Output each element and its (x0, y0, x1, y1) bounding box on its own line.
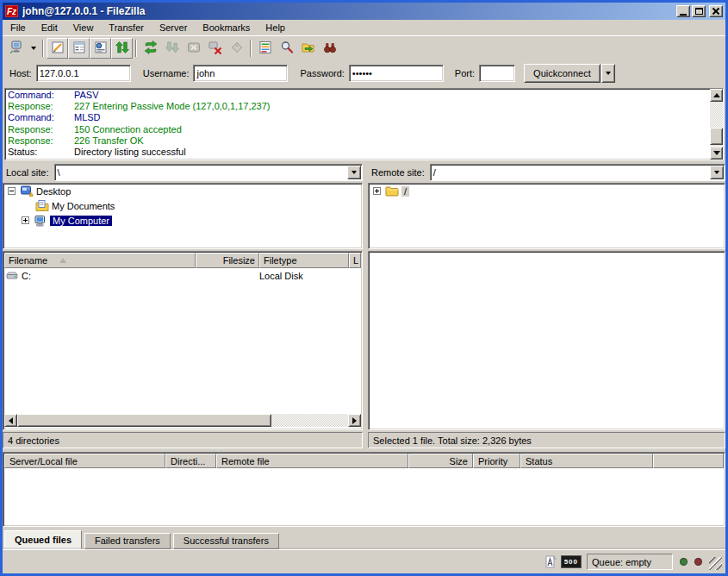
pane-splitter[interactable] (363, 164, 368, 448)
toggle-message-log-button[interactable] (47, 38, 68, 59)
tree-item-root[interactable]: / (369, 184, 725, 198)
log-entry-text: Directory listing successful (74, 147, 186, 158)
menu-bar: FileEditViewTransferServerBookmarksHelp (3, 20, 725, 35)
file-type: Local Disk (259, 271, 303, 281)
scroll-up-button[interactable] (710, 89, 723, 102)
process-queue-button[interactable] (161, 38, 183, 59)
menu-item-transfer[interactable]: Transfer (101, 21, 152, 34)
column-header-last-modified[interactable]: L (349, 253, 361, 268)
queue-column-status[interactable]: Status (520, 454, 653, 468)
cancel-operation-icon (187, 41, 201, 56)
toggle-local-tree-button[interactable] (68, 38, 90, 59)
transfer-type-icon[interactable] (543, 554, 558, 570)
toggle-local-tree-icon (72, 41, 86, 56)
directory-compare-button[interactable] (254, 38, 276, 59)
queue-column-remote-file[interactable]: Remote file (216, 454, 408, 468)
scroll-track[interactable] (17, 414, 348, 427)
maximize-icon (695, 8, 703, 15)
filezilla-logo-icon: Fz (5, 5, 18, 17)
queue-column-directi-[interactable]: Directi... (165, 454, 216, 468)
search-files-button[interactable] (319, 38, 340, 59)
local-site-label: Local site: (3, 167, 54, 178)
queue-column-server-local-file[interactable]: Server/Local file (4, 454, 165, 468)
column-header-filesize[interactable]: Filesize (196, 253, 259, 268)
scroll-thumb[interactable] (17, 414, 271, 427)
port-input[interactable] (479, 65, 515, 82)
column-header-filetype[interactable]: Filetype (259, 253, 349, 268)
tree-item-my-documents[interactable]: My Documents (3, 198, 362, 213)
cancel-operation-button[interactable] (183, 38, 204, 59)
queue-column-priority[interactable]: Priority (473, 454, 520, 468)
toolbar-separator (250, 40, 252, 57)
remote-site-dropdown-button[interactable] (710, 166, 724, 179)
local-file-row[interactable]: C: Local Disk (4, 268, 361, 283)
username-input[interactable] (193, 65, 288, 82)
toggle-remote-tree-icon (94, 41, 108, 56)
quickconnect-dropdown-button[interactable] (601, 64, 615, 83)
scroll-left-icon (9, 417, 13, 424)
tree-item-my-computer[interactable]: My Computer (3, 213, 362, 228)
toggle-remote-tree-button[interactable] (90, 38, 111, 59)
expand-icon[interactable] (373, 187, 381, 195)
remote-directory-tree: / (368, 183, 725, 249)
scroll-right-button[interactable] (348, 414, 361, 427)
password-input[interactable] (349, 65, 444, 82)
toggle-transfer-queue-button[interactable] (111, 38, 133, 59)
local-site-combo[interactable]: \ (54, 164, 363, 181)
scroll-left-button[interactable] (4, 414, 17, 427)
directory-listing-filters-button[interactable] (276, 38, 297, 59)
site-manager-icon (9, 41, 23, 56)
log-entry-label: Response: (8, 135, 74, 147)
log-splitter[interactable] (3, 160, 725, 164)
tree-item-desktop[interactable]: Desktop (3, 184, 362, 198)
minimize-button[interactable] (676, 5, 690, 17)
tab-successful-transfers[interactable]: Successful transfers (173, 533, 279, 549)
close-button[interactable] (709, 5, 723, 17)
scroll-thumb[interactable] (710, 128, 723, 145)
filezilla-window: Fz john@127.0.0.1 - FileZilla FileEditVi… (0, 0, 728, 576)
log-entry-label: Response: (8, 124, 74, 135)
window-title: john@127.0.0.1 - FileZilla (22, 5, 675, 17)
quickconnect-button[interactable]: Quickconnect (524, 64, 600, 83)
expand-icon[interactable] (22, 216, 29, 224)
scroll-down-button[interactable] (710, 147, 723, 160)
scroll-track[interactable] (710, 102, 723, 147)
tab-failed-transfers[interactable]: Failed transfers (84, 533, 171, 549)
status-badge[interactable]: 500 (561, 555, 582, 568)
menu-item-server[interactable]: Server (152, 21, 195, 34)
directory-listing-filters-icon (280, 41, 294, 56)
log-entry-text: PASV (74, 90, 99, 101)
directory-compare-icon (258, 41, 272, 56)
queue-column-size[interactable]: Size (408, 454, 473, 468)
menu-item-help[interactable]: Help (258, 21, 293, 34)
sort-ascending-icon (59, 258, 66, 263)
status-bar: 500 Queue: empty (3, 549, 725, 573)
folder-icon (385, 185, 399, 198)
resize-grip[interactable] (709, 557, 722, 570)
menu-item-bookmarks[interactable]: Bookmarks (195, 21, 258, 34)
menu-item-file[interactable]: File (3, 21, 34, 34)
column-label: Filetype (264, 255, 297, 266)
tab-queued-files[interactable]: Queued files (4, 530, 82, 549)
collapse-icon[interactable] (8, 187, 16, 195)
maximize-button[interactable] (692, 5, 706, 17)
file-name: C: (22, 271, 196, 281)
toggle-transfer-queue-icon (115, 41, 129, 56)
column-header-filename[interactable]: Filename (4, 253, 196, 268)
local-site-dropdown-button[interactable] (347, 166, 361, 179)
host-input[interactable] (36, 65, 131, 82)
synchronized-browsing-button[interactable] (297, 38, 319, 59)
disconnect-button[interactable] (204, 38, 226, 59)
refresh-button[interactable] (140, 38, 161, 59)
toolbar-separator (135, 40, 137, 57)
title-bar[interactable]: Fz john@127.0.0.1 - FileZilla (3, 3, 725, 20)
site-manager-button[interactable] (5, 38, 27, 59)
reconnect-button[interactable] (226, 38, 247, 59)
tree-item-label-selected: My Computer (50, 216, 112, 226)
local-horizontal-scrollbar[interactable] (4, 414, 361, 427)
remote-site-combo[interactable]: / (430, 164, 725, 181)
menu-item-edit[interactable]: Edit (34, 21, 65, 34)
menu-item-view[interactable]: View (65, 21, 102, 34)
site-manager-dropdown-button[interactable] (27, 38, 40, 59)
log-scrollbar[interactable] (710, 89, 723, 160)
